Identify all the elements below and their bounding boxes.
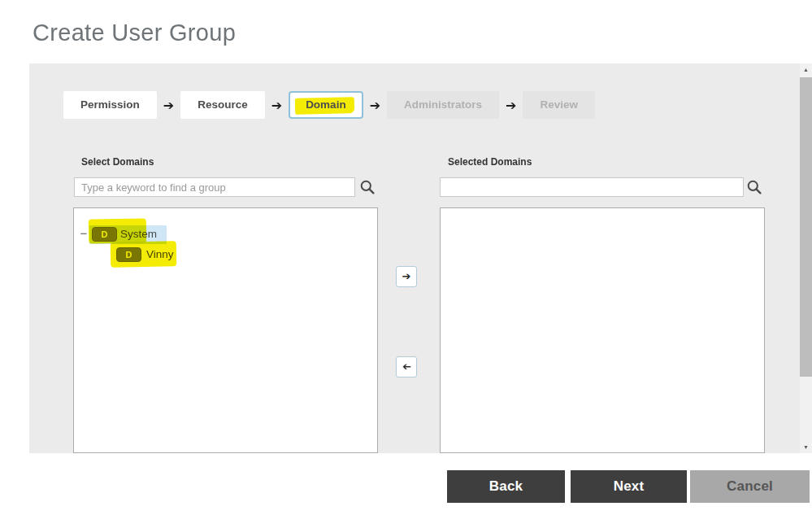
highlight-annotation	[89, 218, 147, 243]
selected-domains-list	[440, 207, 765, 453]
step-arrow-icon: ➔	[163, 98, 174, 113]
scroll-down-icon[interactable]: ▼	[800, 441, 812, 453]
step-arrow-icon: ➔	[271, 98, 282, 113]
select-domains-tree: − D System D Vinny	[73, 207, 378, 453]
search-icon[interactable]	[360, 180, 375, 194]
page-title: Create User Group	[33, 20, 236, 46]
step-permission-label: Permission	[80, 98, 140, 111]
step-resource-label: Resource	[198, 98, 248, 111]
scrollbar-thumb[interactable]	[800, 77, 812, 377]
arrow-left-icon: ➔	[402, 357, 411, 377]
step-domain[interactable]: Domain	[289, 91, 363, 119]
cancel-button[interactable]: Cancel	[690, 470, 810, 503]
move-right-button[interactable]: ➔	[396, 266, 417, 287]
panel-scrollbar: ▲ ▼	[800, 63, 812, 453]
create-user-group-page: Create User Group Permission ➔ Resource …	[0, 0, 812, 515]
wizard-panel: Permission ➔ Resource ➔ Domain ➔ Adminis…	[29, 63, 800, 453]
selected-domains-label: Selected Domains	[448, 156, 532, 168]
step-resource[interactable]: Resource	[180, 91, 265, 119]
step-administrators-label: Administrators	[404, 98, 482, 111]
step-administrators[interactable]: Administrators	[387, 91, 499, 119]
step-arrow-icon: ➔	[370, 98, 380, 113]
highlight-annotation	[111, 241, 177, 267]
step-review-label: Review	[540, 98, 578, 111]
wizard-steps: Permission ➔ Resource ➔ Domain ➔ Adminis…	[63, 91, 595, 119]
step-review[interactable]: Review	[523, 91, 595, 119]
next-button[interactable]: Next	[571, 470, 687, 503]
select-domains-search-input[interactable]	[74, 177, 355, 197]
selected-domains-search-input[interactable]	[440, 177, 744, 197]
move-left-button[interactable]: ➔	[396, 356, 417, 378]
arrow-right-icon: ➔	[402, 270, 411, 282]
scroll-up-icon[interactable]: ▲	[800, 63, 812, 76]
select-domains-label: Select Domains	[81, 156, 154, 168]
step-arrow-icon: ➔	[506, 98, 516, 113]
step-domain-label: Domain	[306, 98, 346, 111]
back-button[interactable]: Back	[447, 470, 565, 503]
search-icon[interactable]	[747, 180, 762, 194]
step-permission[interactable]: Permission	[63, 91, 157, 119]
